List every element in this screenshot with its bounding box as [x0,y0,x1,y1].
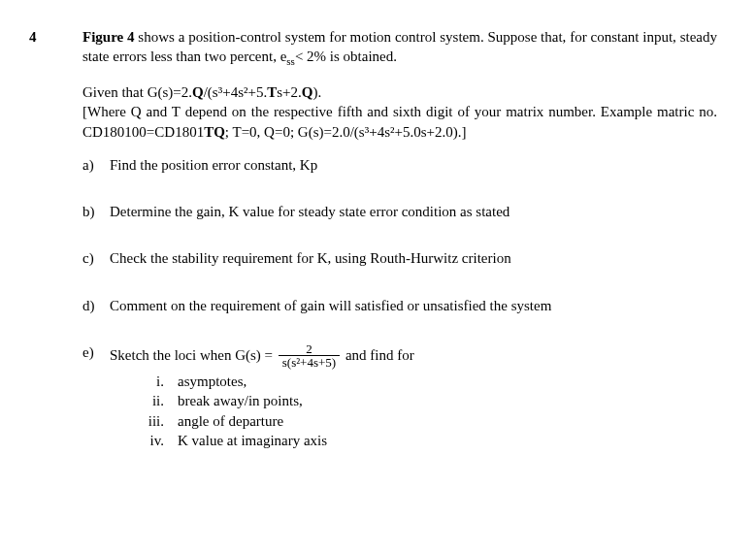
fraction-numerator: 2 [279,342,340,357]
given-1: Given that G(s)=2. [82,84,192,100]
e-ii-marker: ii. [129,391,178,410]
intro-text-1: shows a position-control system for moti… [82,29,717,64]
part-e-post: and find for [345,346,414,362]
part-c: c) Check the stability requirement for K… [82,248,717,268]
part-e-iv: iv. K value at imaginary axis [129,431,717,450]
part-b: b) Determine the gain, K value for stead… [82,202,717,221]
part-e-ii: ii. break away/in points, [129,391,717,410]
e-iii-text: angle of departure [178,411,283,431]
part-e-iii: iii. angle of departure [129,411,717,431]
part-b-text: Determine the gain, K value for steady s… [110,202,717,221]
given-4: ). [312,84,321,100]
given-Q1: Q [192,84,204,100]
part-c-marker: c) [82,248,110,268]
part-e-marker: e) [82,342,110,450]
part-d-marker: d) [82,296,110,315]
part-d-text: Comment on the requirement of gain will … [110,296,717,315]
part-e-i: i. asymptotes, [129,372,717,391]
e-i-text: asymptotes, [178,372,247,391]
e-iv-text: K value at imaginary axis [178,431,327,450]
given-6: ; T=0, Q=0; G(s)=2.0/(s³+4s²+5.0s+2.0).] [225,124,467,140]
part-e-pre: Sketch the loci when G(s) = [110,346,273,362]
part-c-text: Check the stability requirement for K, u… [110,248,717,268]
e-ii-text: break away/in points, [178,391,303,410]
part-b-marker: b) [82,202,110,221]
part-a-text: Find the position error constant, Kp [110,155,717,175]
given-paragraph: Given that G(s)=2.Q/(s³+4s²+5.Ts+2.Q). [… [82,82,717,142]
fraction-denominator: s(s²+4s+5) [279,356,340,370]
given-2: /(s³+4s²+5. [204,84,268,100]
part-e: e) Sketch the loci when G(s) = 2 s(s²+4s… [82,342,717,450]
e-i-marker: i. [129,372,178,391]
part-e-sublist: i. asymptotes, ii. break away/in points,… [129,372,717,450]
intro-text-2: < 2% is obtained. [295,49,397,64]
question-number: 4 [29,27,82,47]
part-e-content: Sketch the loci when G(s) = 2 s(s²+4s+5)… [110,342,717,450]
part-a-marker: a) [82,155,110,175]
given-3: s+2. [277,84,302,100]
intro-paragraph: Figure 4 shows a position-control system… [82,27,717,69]
parts-list: a) Find the position error constant, Kp … [82,155,717,450]
question-body: Figure 4 shows a position-control system… [82,27,717,454]
fraction: 2 s(s²+4s+5) [279,342,340,370]
e-iv-marker: iv. [129,431,178,450]
part-a: a) Find the position error constant, Kp [82,155,717,175]
given-Q2: Q [302,84,313,100]
given-T: T [267,84,277,100]
given-TQ: TQ [204,124,225,140]
figure-ref: Figure 4 [82,29,135,45]
part-d: d) Comment on the requirement of gain wi… [82,296,717,315]
e-iii-marker: iii. [129,411,178,431]
question-block: 4 Figure 4 shows a position-control syst… [29,27,717,454]
ess-subscript: ss [286,55,295,67]
